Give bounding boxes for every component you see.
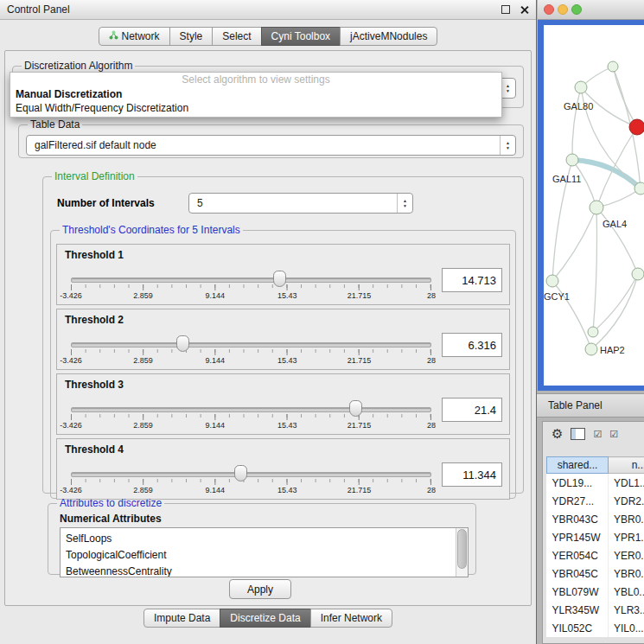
tab-cyni-toolbox[interactable]: Cyni Toolbox bbox=[261, 27, 341, 46]
algorithm-option-manual-discretization[interactable]: Manual Discretization bbox=[10, 87, 501, 101]
zoom-traffic-light-icon[interactable] bbox=[571, 4, 582, 15]
network-edge[interactable] bbox=[591, 274, 638, 349]
column-header[interactable]: n... bbox=[609, 457, 644, 474]
table-cell[interactable]: YBR045C bbox=[547, 564, 609, 583]
select-none-checkbox-icon[interactable]: ☑ bbox=[609, 429, 618, 440]
threshold-value-field[interactable] bbox=[442, 268, 502, 292]
slider-major-ticks bbox=[71, 414, 431, 420]
slider-thumb-handle[interactable] bbox=[349, 400, 362, 417]
table-cell[interactable]: YDL19... bbox=[547, 474, 609, 493]
tab-select[interactable]: Select bbox=[212, 27, 261, 46]
network-node[interactable] bbox=[608, 61, 618, 72]
table-cell[interactable]: YPR145W bbox=[547, 528, 609, 546]
table-row[interactable]: YPR145WYPR1... bbox=[547, 528, 644, 546]
gear-icon[interactable]: ⚙ bbox=[552, 426, 563, 442]
network-canvas[interactable]: GAL80GAL11GAL4GCY1HAP2 bbox=[544, 25, 644, 386]
column-header[interactable]: shared... bbox=[547, 457, 609, 474]
table-cell[interactable]: YBL0... bbox=[609, 583, 644, 601]
threshold-slider[interactable]: -3.4262.8599.14415.4321.71528 bbox=[71, 330, 431, 368]
slider-thumb-handle[interactable] bbox=[273, 271, 286, 287]
tab-label: jActiveMNodules bbox=[350, 28, 427, 45]
number-of-intervals-row: Number of Intervals 5 ▲ ▼ bbox=[57, 193, 523, 214]
network-edge[interactable] bbox=[593, 207, 596, 332]
network-edge[interactable] bbox=[596, 207, 638, 274]
table-row[interactable]: YBL079WYBL0... bbox=[547, 583, 644, 601]
table-cell[interactable]: YER0... bbox=[609, 546, 644, 564]
threshold-label: Threshold 1 bbox=[65, 249, 124, 261]
network-node-selected[interactable] bbox=[629, 119, 644, 135]
attribute-item[interactable]: SelfLoops bbox=[66, 531, 468, 547]
threshold-slider[interactable]: -3.4262.8599.14415.4321.71528 bbox=[71, 460, 431, 498]
table-cell[interactable]: YLR3... bbox=[609, 601, 644, 619]
select-all-checkbox-icon[interactable]: ☑ bbox=[593, 429, 602, 440]
network-node[interactable] bbox=[566, 154, 578, 166]
attributes-scrollbar[interactable] bbox=[456, 528, 468, 577]
threshold-value-field[interactable] bbox=[442, 462, 502, 487]
table-cell[interactable]: YBL079W bbox=[547, 583, 609, 601]
number-of-intervals-combobox[interactable]: 5 ▲ ▼ bbox=[188, 193, 413, 214]
threshold-value-field[interactable] bbox=[442, 333, 502, 357]
table-cell[interactable]: YLR345W bbox=[547, 601, 609, 619]
table-cell[interactable]: YDR2... bbox=[609, 492, 644, 510]
scale-tick-label: 2.859 bbox=[133, 486, 153, 494]
table-row[interactable]: YDR27...YDR2... bbox=[547, 492, 644, 510]
attribute-item[interactable]: TopologicalCoefficient bbox=[66, 547, 468, 564]
network-node[interactable] bbox=[546, 275, 558, 287]
table-row[interactable]: YDL19...YDL1... bbox=[547, 474, 644, 493]
network-node[interactable] bbox=[632, 268, 644, 280]
threshold-slider[interactable]: -3.4262.8599.14415.4321.71528 bbox=[71, 395, 431, 433]
threshold-slider[interactable]: -3.4262.8599.14415.4321.71528 bbox=[71, 265, 431, 303]
close-traffic-light-icon[interactable] bbox=[544, 4, 554, 15]
number-of-intervals-label: Number of Intervals bbox=[57, 197, 188, 209]
table-cell[interactable]: YBR0... bbox=[609, 564, 644, 583]
table-cell[interactable]: YBR0... bbox=[609, 510, 644, 528]
slider-thumb-handle[interactable] bbox=[176, 335, 189, 352]
network-edge[interactable] bbox=[572, 87, 581, 160]
table-cell[interactable]: YIL0... bbox=[609, 619, 644, 637]
scrollbar-thumb[interactable] bbox=[457, 529, 467, 569]
network-node[interactable] bbox=[634, 182, 644, 194]
threshold-value-field[interactable] bbox=[442, 398, 502, 422]
combobox-stepper-icon: ▲ ▼ bbox=[397, 194, 412, 213]
table-cell[interactable]: YPR1... bbox=[609, 528, 644, 546]
table-cell[interactable]: YDL1... bbox=[609, 474, 644, 493]
table-row[interactable]: YBR045CYBR0... bbox=[547, 564, 644, 583]
network-node[interactable] bbox=[590, 201, 603, 214]
slider-track[interactable] bbox=[71, 472, 431, 477]
table-panel-titlebar[interactable]: Table Panel bbox=[537, 393, 644, 418]
table-data-combobox-value: galFiltered.sif default node bbox=[27, 136, 515, 155]
table-row[interactable]: YBR043CYBR0... bbox=[547, 510, 644, 528]
network-node-label: GAL80 bbox=[564, 101, 593, 112]
tab-impute-data[interactable]: Impute Data bbox=[143, 609, 220, 628]
network-node[interactable] bbox=[588, 327, 598, 337]
apply-button[interactable]: Apply bbox=[229, 579, 291, 599]
network-node[interactable] bbox=[575, 81, 587, 93]
slider-track[interactable] bbox=[71, 342, 431, 348]
minimize-traffic-light-icon[interactable] bbox=[558, 4, 568, 15]
close-icon[interactable] bbox=[520, 5, 529, 15]
table-row[interactable]: YIL052CYIL0... bbox=[547, 619, 644, 637]
tab-style[interactable]: Style bbox=[169, 27, 214, 46]
numerical-attributes-list[interactable]: SelfLoopsTopologicalCoefficientBetweenne… bbox=[60, 527, 469, 577]
float-window-icon[interactable] bbox=[501, 5, 510, 14]
attribute-item[interactable]: BetweennessCentrality bbox=[66, 564, 468, 577]
tab-network[interactable]: Network bbox=[99, 27, 170, 46]
table-data-combobox[interactable]: galFiltered.sif default node ▲ ▼ bbox=[26, 135, 516, 156]
table-cell[interactable]: YIL052C bbox=[547, 619, 609, 637]
tab-jactivemnodules[interactable]: jActiveMNodules bbox=[340, 27, 437, 46]
table-cell[interactable]: YBR043C bbox=[547, 510, 609, 528]
thresholds-group-label: Threshold's Coordinates for 5 Intervals bbox=[60, 224, 243, 236]
slider-track[interactable] bbox=[71, 277, 431, 283]
table-cell[interactable]: YER054C bbox=[547, 546, 609, 564]
show-columns-icon[interactable] bbox=[571, 428, 585, 440]
slider-thumb-handle[interactable] bbox=[234, 465, 247, 481]
table-row[interactable]: YER054CYER0... bbox=[547, 546, 644, 564]
table-cell[interactable]: YDR27... bbox=[547, 492, 609, 510]
network-node[interactable] bbox=[585, 343, 597, 355]
tab-discretize-data[interactable]: Discretize Data bbox=[220, 609, 310, 628]
table-row[interactable]: YLR345WYLR3... bbox=[547, 601, 644, 619]
tab-infer-network[interactable]: Infer Network bbox=[310, 609, 392, 628]
algorithm-option-equal-width-frequency-discretization[interactable]: Equal Width/Frequency Discretization bbox=[10, 101, 501, 115]
slider-track[interactable] bbox=[71, 407, 431, 412]
table-data-group: Table Data galFiltered.sif default node … bbox=[18, 118, 524, 158]
